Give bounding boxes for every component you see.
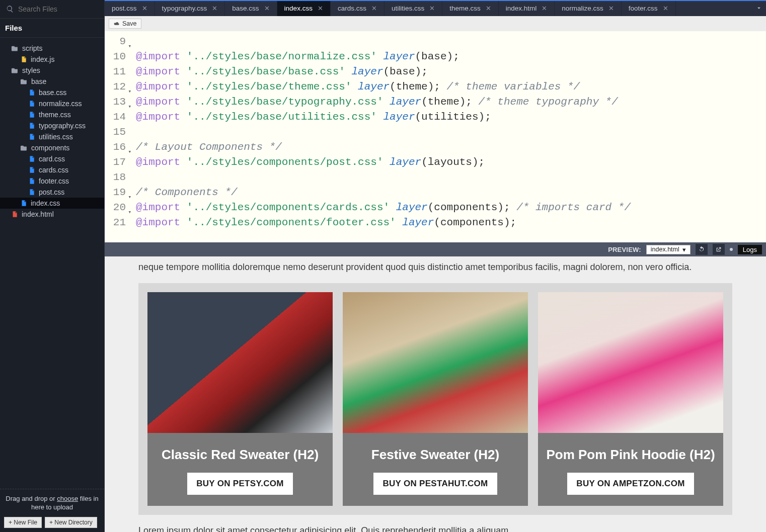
tree-item-label: theme.css: [39, 111, 71, 119]
file-theme-css[interactable]: theme.css: [0, 109, 104, 120]
fold-icon[interactable]: ▾: [128, 205, 131, 220]
search-input[interactable]: [18, 5, 98, 13]
tree-item-label: index.js: [31, 55, 54, 63]
file-footer-css[interactable]: footer.css: [0, 175, 104, 187]
line-number: 9▾: [105, 34, 126, 49]
new-directory-button[interactable]: + New Directory: [45, 517, 97, 528]
close-icon[interactable]: ✕: [608, 5, 614, 12]
folder-scripts[interactable]: scripts: [0, 43, 104, 54]
close-icon[interactable]: ✕: [212, 5, 217, 12]
tree-item-label: footer.css: [39, 177, 69, 185]
product-card: Pom Pom Pink Hoodie (H2)BUY ON AMPETZON.…: [538, 292, 723, 506]
file-base-css[interactable]: base.css: [0, 87, 104, 98]
logs-button[interactable]: Logs: [738, 245, 762, 254]
close-icon[interactable]: ✕: [264, 5, 270, 12]
new-file-button[interactable]: + New File: [4, 517, 42, 528]
tab-post-css[interactable]: post.css✕: [105, 0, 155, 16]
buy-button[interactable]: BUY ON PETSY.COM: [187, 473, 293, 495]
tabs-overflow-button[interactable]: [752, 0, 766, 16]
fold-icon[interactable]: ▾: [128, 39, 131, 54]
tab-index-html[interactable]: index.html✕: [499, 0, 555, 16]
code-line[interactable]: @import '../styles/components/cards.css'…: [136, 200, 766, 215]
close-icon[interactable]: ✕: [371, 5, 377, 12]
file-post-css[interactable]: post.css: [0, 187, 104, 198]
css-file-icon: [20, 200, 27, 207]
product-card: Classic Red Sweater (H2)BUY ON PETSY.COM: [147, 292, 333, 506]
css-file-icon: [28, 178, 35, 185]
fold-icon[interactable]: ▾: [128, 99, 131, 114]
close-icon[interactable]: ✕: [429, 5, 435, 12]
line-number: 14: [105, 110, 126, 125]
product-image: [147, 292, 333, 433]
tree-item-label: cards.css: [39, 166, 68, 174]
tab-typography-css[interactable]: typography.css✕: [155, 0, 225, 16]
file-card-css[interactable]: card.css: [0, 153, 104, 164]
css-file-icon: [28, 189, 35, 196]
code-line[interactable]: [136, 34, 766, 49]
close-icon[interactable]: ✕: [318, 5, 323, 12]
code-line[interactable]: @import '../styles/base/theme.css' layer…: [136, 79, 766, 95]
css-file-icon: [28, 100, 35, 107]
code-line[interactable]: /* Layout Components */: [136, 140, 766, 155]
code-line[interactable]: @import '../styles/base/normalize.css' l…: [136, 49, 766, 64]
tab-index-css[interactable]: index.css✕: [277, 0, 331, 16]
fold-icon[interactable]: ▾: [128, 84, 131, 99]
tab-cards-css[interactable]: cards.css✕: [331, 0, 385, 16]
close-icon[interactable]: ✕: [486, 5, 491, 12]
save-button[interactable]: Save: [109, 19, 141, 29]
tab-label: post.css: [112, 5, 137, 12]
file-normalize-css[interactable]: normalize.css: [0, 98, 104, 109]
product-image: [343, 292, 528, 433]
file-tree: scriptsindex.jsstylesbasebase.cssnormali…: [0, 38, 104, 489]
preview-file-select[interactable]: index.html ▾: [646, 245, 691, 254]
tab-normalize-css[interactable]: normalize.css✕: [555, 0, 622, 16]
file-index-css[interactable]: index.css: [0, 198, 104, 209]
preview-paragraph-top: neque tempore mollitia doloremque nemo d…: [128, 256, 742, 274]
code-editor[interactable]: 9▾101112▾13▾141516▾171819▾20▾21 @import …: [105, 31, 766, 242]
fold-icon[interactable]: ▾: [128, 190, 131, 205]
folder-styles[interactable]: styles: [0, 65, 104, 76]
code-line[interactable]: @import '../styles/base/utilities.css' l…: [136, 110, 766, 125]
preview-pane[interactable]: neque tempore mollitia doloremque nemo d…: [105, 256, 766, 532]
tab-label: base.css: [232, 5, 259, 12]
close-icon[interactable]: ✕: [542, 5, 547, 12]
code-line[interactable]: [136, 125, 766, 140]
buy-button[interactable]: BUY ON PESTAHUT.COM: [373, 473, 497, 495]
line-number: 13▾: [105, 95, 126, 110]
line-number: 21: [105, 215, 126, 230]
file-cards-css[interactable]: cards.css: [0, 164, 104, 175]
tab-base-css[interactable]: base.css✕: [225, 0, 277, 16]
file-index-html[interactable]: index.html: [0, 209, 104, 220]
code-line[interactable]: @import '../styles/base/typography.css' …: [136, 95, 766, 110]
buy-button[interactable]: BUY ON AMPETZON.COM: [567, 473, 694, 495]
tab-theme-css[interactable]: theme.css✕: [442, 0, 499, 16]
code-line[interactable]: @import '../styles/base/base.css' layer(…: [136, 64, 766, 79]
open-external-button[interactable]: [713, 244, 725, 255]
folder-base[interactable]: base: [0, 76, 104, 87]
code-line[interactable]: @import '../styles/components/footer.css…: [136, 215, 766, 230]
product-title: Pom Pom Pink Hoodie (H2): [546, 447, 715, 463]
code-line[interactable]: [136, 170, 766, 185]
line-number: 18: [105, 170, 126, 185]
choose-link[interactable]: choose: [57, 495, 78, 502]
file-index-js[interactable]: index.js: [0, 54, 104, 65]
tree-item-label: base.css: [39, 88, 66, 97]
file-utilities-css[interactable]: utilities.css: [0, 131, 104, 142]
folder-icon: [11, 45, 19, 51]
code-line[interactable]: @import '../styles/components/post.css' …: [136, 155, 766, 170]
folder-icon: [20, 145, 28, 151]
js-file-icon: [20, 56, 27, 63]
refresh-button[interactable]: [696, 244, 708, 255]
tab-footer-css[interactable]: footer.css✕: [622, 0, 676, 16]
css-file-icon: [28, 155, 35, 162]
file-typography-css[interactable]: typography.css: [0, 120, 104, 131]
code-content[interactable]: @import '../styles/base/normalize.css' l…: [130, 31, 766, 242]
folder-components[interactable]: components: [0, 142, 104, 153]
code-line[interactable]: /* Components */: [136, 185, 766, 200]
close-icon[interactable]: ✕: [663, 5, 668, 12]
close-icon[interactable]: ✕: [142, 5, 147, 12]
tab-label: cards.css: [338, 5, 366, 12]
line-number: 15: [105, 125, 126, 140]
fold-icon[interactable]: ▾: [128, 144, 131, 159]
tab-utilities-css[interactable]: utilities.css✕: [385, 0, 442, 16]
